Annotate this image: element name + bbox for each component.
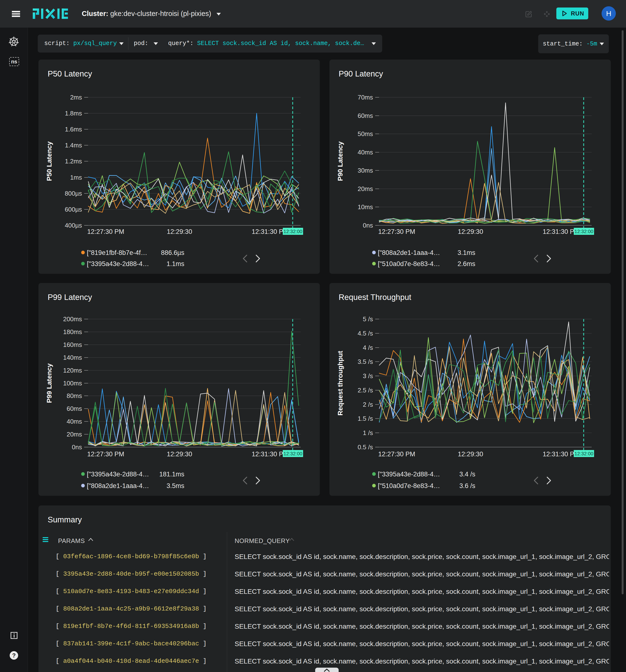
svg-text:180ms: 180ms xyxy=(63,328,82,336)
svg-text:12:29:30: 12:29:30 xyxy=(458,228,483,235)
svg-text:200ms: 200ms xyxy=(63,315,82,323)
svg-text:100ms: 100ms xyxy=(63,380,82,387)
svg-text:800µs: 800µs xyxy=(65,190,82,197)
svg-text:12:27:30 PM: 12:27:30 PM xyxy=(87,228,124,235)
svg-text:1.2ms: 1.2ms xyxy=(65,158,82,165)
svg-text:20ms: 20ms xyxy=(67,431,82,438)
svg-text:P90 Latency: P90 Latency xyxy=(336,141,344,181)
svg-text:0ns: 0ns xyxy=(363,222,373,229)
svg-text:1.5 /s: 1.5 /s xyxy=(357,415,373,422)
svg-text:1ms: 1ms xyxy=(70,174,82,181)
svg-text:2 /s: 2 /s xyxy=(363,401,373,408)
svg-text:4 /s: 4 /s xyxy=(363,344,373,351)
svg-text:12:27:30 PM: 12:27:30 PM xyxy=(87,451,124,458)
svg-text:70ms: 70ms xyxy=(357,94,373,101)
svg-text:1.6ms: 1.6ms xyxy=(65,126,82,133)
svg-text:160ms: 160ms xyxy=(63,341,82,349)
svg-text:600µs: 600µs xyxy=(65,206,82,213)
svg-text:2.6ms: 2.6ms xyxy=(457,260,475,267)
svg-text:12:32:00: 12:32:00 xyxy=(574,229,593,234)
svg-text:12:29:30: 12:29:30 xyxy=(167,451,192,458)
svg-text:["3395a43e-2d88-4…: ["3395a43e-2d88-4… xyxy=(378,471,440,478)
svg-text:3.5 /s: 3.5 /s xyxy=(357,358,373,365)
svg-text:12:29:30: 12:29:30 xyxy=(458,451,483,458)
svg-text:["3395a43e-2d88-4…: ["3395a43e-2d88-4… xyxy=(87,260,149,267)
svg-text:20ms: 20ms xyxy=(357,185,373,192)
svg-text:181.1ms: 181.1ms xyxy=(159,471,184,478)
svg-text:50ms: 50ms xyxy=(357,130,373,138)
svg-text:140ms: 140ms xyxy=(63,354,82,361)
svg-text:10ms: 10ms xyxy=(357,203,373,211)
svg-text:2ms: 2ms xyxy=(70,94,82,101)
svg-text:["808a2de1-1aaa-4…: ["808a2de1-1aaa-4… xyxy=(87,482,149,489)
svg-text:886.6µs: 886.6µs xyxy=(161,249,184,256)
svg-text:60ms: 60ms xyxy=(67,405,82,412)
svg-text:3.5ms: 3.5ms xyxy=(167,482,184,489)
svg-text:0.5 /s: 0.5 /s xyxy=(357,443,373,451)
svg-text:1.8ms: 1.8ms xyxy=(65,110,82,117)
svg-text:400µs: 400µs xyxy=(65,222,82,229)
svg-text:12:32:00: 12:32:00 xyxy=(283,229,302,234)
svg-text:40ms: 40ms xyxy=(357,149,373,156)
svg-text:["3395a43e-2d88-4…: ["3395a43e-2d88-4… xyxy=(87,471,149,478)
svg-text:120ms: 120ms xyxy=(63,367,82,374)
svg-text:40ms: 40ms xyxy=(67,418,82,425)
svg-text:Request throughput: Request throughput xyxy=(336,351,344,416)
svg-text:["819e1fbf-8b7e-4f…: ["819e1fbf-8b7e-4f… xyxy=(87,249,147,256)
svg-text:1 /s: 1 /s xyxy=(363,429,373,436)
svg-text:12:32:00: 12:32:00 xyxy=(574,451,593,456)
svg-text:80ms: 80ms xyxy=(67,392,82,400)
svg-text:4.5 /s: 4.5 /s xyxy=(357,330,373,337)
svg-text:["510a0d7e-8e83-4…: ["510a0d7e-8e83-4… xyxy=(378,482,440,489)
svg-text:["808a2de1-1aaa-4…: ["808a2de1-1aaa-4… xyxy=(378,249,440,256)
svg-text:P99 Latency: P99 Latency xyxy=(46,363,53,403)
svg-text:5 /s: 5 /s xyxy=(363,315,373,323)
svg-text:1.4ms: 1.4ms xyxy=(65,142,82,149)
svg-text:P50 Latency: P50 Latency xyxy=(46,141,53,181)
svg-text:3.1ms: 3.1ms xyxy=(457,249,475,256)
svg-text:0ns: 0ns xyxy=(72,443,82,451)
svg-text:60ms: 60ms xyxy=(357,112,373,119)
svg-text:12:32:00: 12:32:00 xyxy=(283,451,302,456)
svg-text:12:27:30 PM: 12:27:30 PM xyxy=(378,228,415,235)
svg-text:30ms: 30ms xyxy=(357,167,373,174)
svg-text:3.6 /s: 3.6 /s xyxy=(459,482,475,489)
svg-text:12:29:30: 12:29:30 xyxy=(167,228,192,235)
svg-text:2.5 /s: 2.5 /s xyxy=(357,387,373,394)
svg-text:["510a0d7e-8e83-4…: ["510a0d7e-8e83-4… xyxy=(378,260,440,267)
svg-text:3.4 /s: 3.4 /s xyxy=(459,471,475,478)
svg-text:1.1ms: 1.1ms xyxy=(167,260,184,267)
svg-text:12:27:30 PM: 12:27:30 PM xyxy=(378,451,415,458)
svg-text:3 /s: 3 /s xyxy=(363,372,373,380)
